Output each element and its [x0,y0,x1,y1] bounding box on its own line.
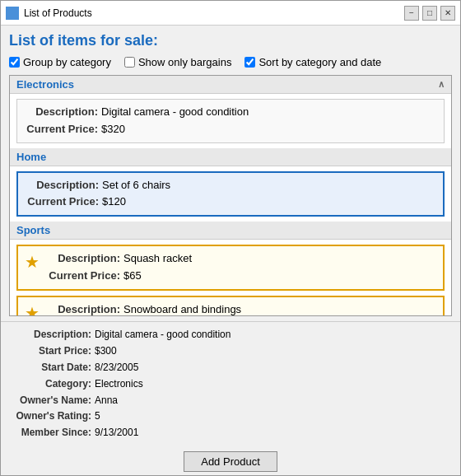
current-price-label: Current Price: [24,121,98,138]
show-only-bargains-input[interactable] [124,57,135,68]
detail-panel: Description: Digital camera - good condi… [1,321,460,446]
detail-owners-rating-value: 5 [95,408,100,425]
bargain-star-icon: ★ [25,252,40,272]
detail-owners-name-row: Owner's Name: Anna [9,393,452,409]
sort-by-category-date-checkbox[interactable]: Sort by category and date [244,56,381,68]
category-name-home: Home [16,151,46,163]
detail-start-date-value: 8/23/2005 [95,360,138,376]
checkboxes-row: Group by category Show only bargains Sor… [9,56,452,68]
content-area: List of items for sale: Group by categor… [1,26,460,321]
product-details: Description: Squash racket Current Price… [46,250,436,285]
list-item[interactable]: ★ Description: Squash racket Current Pri… [16,245,445,291]
category-name-electronics: Electronics [16,78,74,91]
group-by-category-checkbox[interactable]: Group by category [9,56,111,68]
detail-description-row: Description: Digital camera - good condi… [9,327,452,343]
detail-start-date-label: Start Date: [9,360,91,376]
product-description-value: Set of 6 chairs [102,177,170,194]
detail-start-price-label: Start Price: [9,343,91,360]
detail-member-since-row: Member Since: 9/13/2001 [9,425,452,441]
product-description-value: Snowboard and bindings [123,301,241,317]
category-header-electronics[interactable]: Electronics ∧ [10,76,451,94]
show-only-bargains-label: Show only bargains [138,56,231,68]
detail-member-since-label: Member Since: [9,425,91,441]
product-description-row: Description: Snowboard and bindings [46,301,436,317]
product-price-row: Current Price: $120 [25,194,436,211]
product-description-row: Description: Set of 6 chairs [25,177,436,194]
product-price-value: $65 [123,268,142,285]
list-item[interactable]: Description: Digital camera - good condi… [16,99,445,143]
description-label: Description: [25,177,99,194]
title-bar: List of Products − □ ✕ [1,1,460,26]
detail-category-label: Category: [9,376,91,393]
window-controls: − □ ✕ [404,6,455,21]
maximize-button[interactable]: □ [422,6,437,21]
category-header-home[interactable]: Home [10,148,451,166]
window-title: List of Products [24,7,404,19]
footer: Add Product [1,446,460,475]
detail-member-since-value: 9/13/2001 [95,425,138,441]
product-description-row: Description: Digital camera - good condi… [24,104,437,121]
detail-owners-name-value: Anna [95,393,118,409]
detail-start-price-value: $300 [95,343,117,360]
bargain-star-icon: ★ [25,303,40,317]
show-only-bargains-checkbox[interactable]: Show only bargains [124,56,231,68]
group-by-category-input[interactable] [9,57,20,68]
product-description-row: Description: Squash racket [46,250,436,268]
main-window: List of Products − □ ✕ List of items for… [0,0,461,476]
product-price-value: $320 [101,121,125,138]
product-description-value: Squash racket [123,250,192,268]
group-by-category-label: Group by category [23,56,111,68]
product-description-value: Digital camera - good condition [101,104,249,121]
detail-owners-rating-row: Owner's Rating: 5 [9,408,452,425]
product-price-row: Current Price: $320 [24,121,437,138]
detail-owners-name-label: Owner's Name: [9,393,91,409]
product-price-value: $120 [102,194,126,211]
category-name-sports: Sports [16,224,50,236]
list-item[interactable]: ★ Description: Snowboard and bindings Cu… [16,296,445,317]
add-product-button[interactable]: Add Product [184,451,277,472]
page-title: List of items for sale: [9,32,452,49]
current-price-label: Current Price: [46,268,120,285]
detail-start-date-row: Start Date: 8/23/2005 [9,360,452,376]
list-item[interactable]: Description: Set of 6 chairs Current Pri… [16,171,445,217]
product-details: Description: Snowboard and bindings Curr… [46,301,436,317]
sort-by-category-date-input[interactable] [244,57,255,68]
detail-category-row: Category: Electronics [9,376,452,393]
category-header-sports[interactable]: Sports [10,222,451,240]
description-label: Description: [46,250,120,268]
detail-start-price-row: Start Price: $300 [9,343,452,360]
product-price-row: Current Price: $65 [46,268,436,285]
collapse-electronics-icon[interactable]: ∧ [438,79,445,90]
detail-owners-rating-label: Owner's Rating: [9,408,91,425]
current-price-label: Current Price: [25,194,99,211]
minimize-button[interactable]: − [404,6,419,21]
description-label: Description: [24,104,98,121]
description-label: Description: [46,301,120,317]
sort-by-category-date-label: Sort by category and date [258,56,381,68]
detail-description-value: Digital camera - good condition [95,327,230,343]
detail-description-label: Description: [9,327,91,343]
product-list[interactable]: Electronics ∧ Description: Digital camer… [9,75,452,316]
window-icon [6,7,19,20]
detail-category-value: Electronics [95,376,143,393]
close-button[interactable]: ✕ [440,6,455,21]
